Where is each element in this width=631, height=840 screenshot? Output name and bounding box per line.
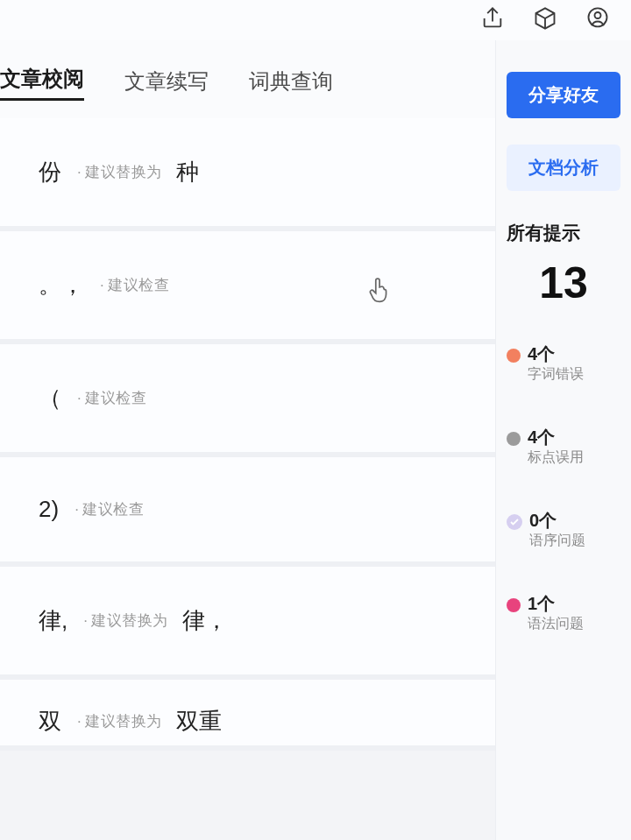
cat-label: 语法问题 xyxy=(528,615,584,632)
share-friends-button[interactable]: 分享好友 xyxy=(507,72,620,118)
svg-point-0 xyxy=(589,8,607,26)
cat-count: 4个 xyxy=(528,427,584,448)
all-hints-title: 所有提示 xyxy=(507,221,620,245)
side-panel: 分享好友 文档分析 所有提示 13 4个 字词错误 4个 标点误用 xyxy=(495,40,631,840)
suggestion-row[interactable]: 份 建议替换为 种 xyxy=(0,118,495,231)
note-text: 建议替换为 xyxy=(77,162,162,182)
dot-icon xyxy=(507,598,521,612)
cat-count: 0个 xyxy=(529,510,585,532)
doc-analysis-button[interactable]: 文档分析 xyxy=(507,145,620,191)
suggestion-row[interactable]: 2) 建议检查 xyxy=(0,457,495,567)
category-grammar[interactable]: 1个 语法问题 xyxy=(507,593,620,632)
orig-text: 2) xyxy=(39,496,59,523)
note-text: 建议检查 xyxy=(77,388,146,408)
orig-text: 份 xyxy=(39,157,61,187)
orig-text: （ xyxy=(39,383,61,413)
cat-label: 字词错误 xyxy=(528,365,584,383)
orig-text: 双 xyxy=(39,706,61,737)
cat-label: 语序问题 xyxy=(529,532,585,549)
dot-icon xyxy=(507,432,521,446)
suggestion-row[interactable]: 双 建议替换为 双重 xyxy=(0,680,495,751)
suggestion-row[interactable]: 律, 建议替换为 律， xyxy=(0,567,495,680)
note-text: 建议替换为 xyxy=(83,611,168,631)
cube-icon[interactable] xyxy=(533,6,557,34)
suggestion-list: 份 建议替换为 种 。， 建议检查 （ 建议检查 xyxy=(0,118,495,840)
category-word-order[interactable]: 0个 语序问题 xyxy=(507,510,620,549)
cat-label: 标点误用 xyxy=(528,448,584,466)
orig-text: 。， xyxy=(39,270,84,300)
repl-text: 种 xyxy=(176,157,199,187)
suggestion-row[interactable]: （ 建议检查 xyxy=(0,344,495,457)
category-word-error[interactable]: 4个 字词错误 xyxy=(507,343,620,383)
svg-point-1 xyxy=(595,12,601,18)
tab-article-continue[interactable]: 文章续写 xyxy=(124,67,209,101)
cat-count: 1个 xyxy=(528,593,584,615)
repl-text: 双重 xyxy=(176,706,222,737)
note-text: 建议检查 xyxy=(100,275,169,295)
cursor-hand-icon xyxy=(367,277,390,308)
top-toolbar xyxy=(0,0,631,40)
note-text: 建议替换为 xyxy=(77,711,162,731)
category-list: 4个 字词错误 4个 标点误用 0个 xyxy=(507,343,620,632)
category-punctuation[interactable]: 4个 标点误用 xyxy=(507,427,620,466)
total-hints-count: 13 xyxy=(507,258,620,308)
tabs: 文章校阅 文章续写 词典查询 xyxy=(0,40,495,118)
tab-dictionary[interactable]: 词典查询 xyxy=(249,67,333,101)
avatar-icon[interactable] xyxy=(585,6,610,34)
check-dot-icon xyxy=(507,514,522,530)
cat-count: 4个 xyxy=(528,343,584,365)
repl-text: 律， xyxy=(182,605,228,636)
share-icon[interactable] xyxy=(480,6,505,34)
orig-text: 律, xyxy=(39,605,67,636)
dot-icon xyxy=(507,349,521,363)
suggestion-row[interactable]: 。， 建议检查 xyxy=(0,231,495,344)
note-text: 建议检查 xyxy=(74,499,144,519)
tab-article-proofread[interactable]: 文章校阅 xyxy=(0,65,84,101)
main-panel: 文章校阅 文章续写 词典查询 份 建议替换为 种 。， 建议检查 xyxy=(0,40,495,840)
